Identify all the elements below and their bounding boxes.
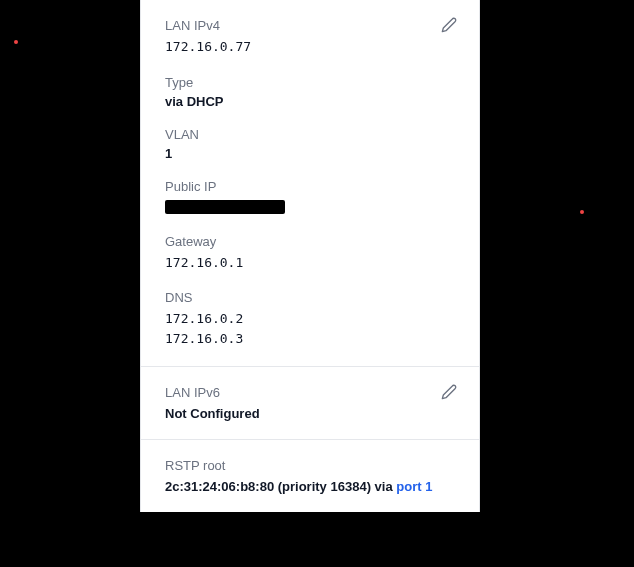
rstp-mac: 2c:31:24:06:b8:80 [165, 479, 274, 494]
gateway-label: Gateway [165, 234, 455, 249]
ipv6-label: LAN IPv6 [165, 385, 455, 400]
vlan-value: 1 [165, 146, 455, 161]
gateway-value: 172.16.0.1 [165, 253, 455, 273]
rstp-root-line: 2c:31:24:06:b8:80 (priority 16384) via p… [165, 479, 455, 494]
rstp-label: RSTP root [165, 458, 455, 473]
vlan-block: VLAN 1 [165, 127, 455, 161]
edit-ipv4-button[interactable] [439, 16, 459, 36]
gateway-block: Gateway 172.16.0.1 [165, 234, 455, 273]
vlan-label: VLAN [165, 127, 455, 142]
ipv4-address-value: 172.16.0.77 [165, 37, 455, 57]
dns-label: DNS [165, 290, 455, 305]
pencil-icon [441, 388, 457, 403]
rstp-section: RSTP root 2c:31:24:06:b8:80 (priority 16… [141, 440, 479, 512]
pencil-icon [441, 21, 457, 36]
ipv6-status: Not Configured [165, 406, 455, 421]
public-ip-value-redacted [165, 198, 455, 216]
network-details-panel: LAN IPv4 172.16.0.77 Type via DHCP VLAN … [140, 0, 480, 512]
rstp-priority-prefix: (priority [274, 479, 330, 494]
decorative-dot [14, 40, 18, 44]
edit-ipv6-button[interactable] [439, 383, 459, 403]
decorative-dot [580, 210, 584, 214]
dns-value-1: 172.16.0.2 [165, 309, 455, 329]
lan-ipv6-section: LAN IPv6 Not Configured [141, 367, 479, 440]
rstp-priority-suffix: ) via [367, 479, 397, 494]
public-ip-label: Public IP [165, 179, 455, 194]
type-value: via DHCP [165, 94, 455, 109]
dns-block: DNS 172.16.0.2 172.16.0.3 [165, 290, 455, 348]
ipv4-type-block: Type via DHCP [165, 75, 455, 109]
ipv4-address-block: LAN IPv4 172.16.0.77 [165, 18, 455, 57]
ipv4-label: LAN IPv4 [165, 18, 455, 33]
type-label: Type [165, 75, 455, 90]
public-ip-block: Public IP [165, 179, 455, 216]
lan-ipv4-section: LAN IPv4 172.16.0.77 Type via DHCP VLAN … [141, 0, 479, 367]
rstp-priority-value: 16384 [330, 479, 366, 494]
rstp-port-link[interactable]: port 1 [396, 479, 432, 494]
dns-value-2: 172.16.0.3 [165, 329, 455, 349]
